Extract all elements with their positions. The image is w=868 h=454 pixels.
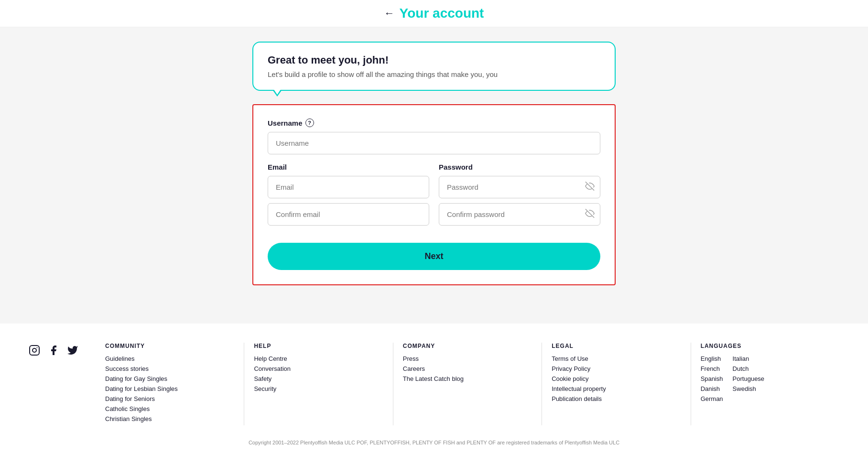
- password-column: Password: [439, 163, 600, 230]
- account-form: Username ? Email Password: [252, 104, 616, 285]
- footer-link-seniors[interactable]: Dating for Seniors: [105, 395, 234, 402]
- footer-link-publication[interactable]: Publication details: [552, 395, 681, 402]
- password-label: Password: [439, 163, 600, 171]
- social-icons-group: [29, 345, 86, 359]
- email-column: Email: [268, 163, 429, 230]
- lang-english[interactable]: English: [701, 355, 723, 362]
- bubble-subtitle: Let's build a profile to show off all th…: [268, 70, 600, 78]
- username-help-icon[interactable]: ?: [305, 119, 314, 127]
- page-title: Your account: [400, 6, 484, 21]
- footer-link-security[interactable]: Security: [254, 385, 383, 392]
- footer-link-success[interactable]: Success stories: [105, 365, 234, 372]
- lang-danish[interactable]: Danish: [701, 385, 723, 392]
- page-title-wrap: ← Your account: [384, 6, 484, 21]
- lang-italian[interactable]: Italian: [733, 355, 765, 362]
- confirm-password-visibility-toggle[interactable]: [585, 208, 595, 220]
- footer-community: COMMUNITY Guidelines Success stories Dat…: [105, 343, 244, 425]
- page-header: ← Your account: [0, 0, 868, 27]
- community-title: COMMUNITY: [105, 343, 234, 349]
- password-visibility-toggle[interactable]: [585, 181, 595, 193]
- footer-help: HELP Help Centre Conversation Safety Sec…: [254, 343, 393, 425]
- footer-link-lesbian[interactable]: Dating for Lesbian Singles: [105, 385, 234, 392]
- footer-company: COMPANY Press Careers The Latest Catch b…: [403, 343, 542, 425]
- footer-link-safety[interactable]: Safety: [254, 375, 383, 382]
- back-arrow-icon[interactable]: ←: [384, 7, 395, 20]
- footer-link-helpcentre[interactable]: Help Centre: [254, 355, 383, 362]
- footer-link-gay[interactable]: Dating for Gay Singles: [105, 375, 234, 382]
- svg-rect-2: [30, 346, 39, 355]
- username-input[interactable]: [268, 132, 600, 154]
- company-title: COMPANY: [403, 343, 532, 349]
- footer-link-catholic[interactable]: Catholic Singles: [105, 405, 234, 412]
- instagram-icon[interactable]: [29, 345, 40, 359]
- legal-title: LEGAL: [552, 343, 681, 349]
- svg-point-4: [37, 347, 38, 348]
- facebook-icon[interactable]: [48, 345, 59, 359]
- footer-legal: LEGAL Terms of Use Privacy Policy Cookie…: [552, 343, 691, 425]
- twitter-icon[interactable]: [67, 345, 78, 359]
- footer-languages: LANGUAGES English French Spanish Danish …: [701, 343, 839, 425]
- footer-link-privacy[interactable]: Privacy Policy: [552, 365, 681, 372]
- password-input-wrap: [439, 176, 600, 198]
- greeting-bubble: Great to meet you, john! Let's build a p…: [252, 42, 616, 91]
- footer-columns: COMMUNITY Guidelines Success stories Dat…: [105, 343, 839, 425]
- confirm-password-input-wrap: [439, 203, 600, 226]
- confirm-password-input[interactable]: [439, 203, 600, 226]
- lang-spanish[interactable]: Spanish: [701, 375, 723, 382]
- username-label: Username ?: [268, 119, 600, 127]
- footer-link-intellectual[interactable]: Intellectual property: [552, 385, 681, 392]
- bubble-greeting: Great to meet you, john!: [268, 54, 600, 66]
- footer-link-guidelines[interactable]: Guidelines: [105, 355, 234, 362]
- footer-link-press[interactable]: Press: [403, 355, 532, 362]
- footer-link-careers[interactable]: Careers: [403, 365, 532, 372]
- email-password-row: Email Password: [268, 163, 600, 230]
- footer-link-blog[interactable]: The Latest Catch blog: [403, 375, 532, 382]
- lang-dutch[interactable]: Dutch: [733, 365, 765, 372]
- help-title: HELP: [254, 343, 383, 349]
- footer-copyright: Copyright 2001–2022 Plentyoffish Media U…: [29, 440, 839, 445]
- svg-point-3: [33, 348, 36, 352]
- page-footer: COMMUNITY Guidelines Success stories Dat…: [0, 324, 868, 454]
- languages-title: LANGUAGES: [701, 343, 830, 349]
- lang-col2: Italian Dutch Portuguese Swedish: [733, 355, 765, 405]
- email-label: Email: [268, 163, 429, 171]
- footer-link-cookie[interactable]: Cookie policy: [552, 375, 681, 382]
- email-input[interactable]: [268, 176, 429, 198]
- footer-link-christian[interactable]: Christian Singles: [105, 415, 234, 422]
- lang-german[interactable]: German: [701, 395, 723, 402]
- footer-link-terms[interactable]: Terms of Use: [552, 355, 681, 362]
- lang-portuguese[interactable]: Portuguese: [733, 375, 765, 382]
- lang-col1: English French Spanish Danish German: [701, 355, 723, 405]
- main-content: Great to meet you, john! Let's build a p…: [243, 27, 625, 304]
- lang-french[interactable]: French: [701, 365, 723, 372]
- footer-top: COMMUNITY Guidelines Success stories Dat…: [29, 343, 839, 425]
- confirm-email-input-wrap: [268, 203, 429, 226]
- next-button[interactable]: Next: [268, 243, 600, 270]
- email-input-wrap: [268, 176, 429, 198]
- lang-swedish[interactable]: Swedish: [733, 385, 765, 392]
- footer-link-conversation[interactable]: Conversation: [254, 365, 383, 372]
- confirm-email-input[interactable]: [268, 203, 429, 226]
- languages-grid: English French Spanish Danish German Ita…: [701, 355, 830, 405]
- password-input[interactable]: [439, 176, 600, 198]
